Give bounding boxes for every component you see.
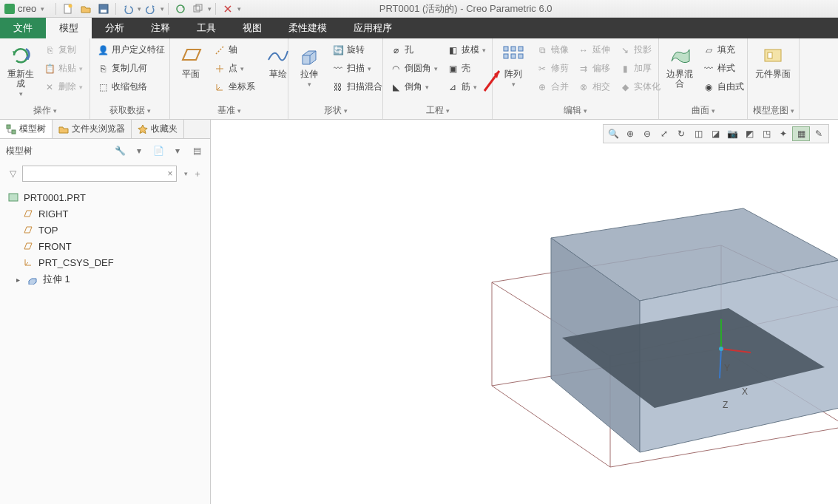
tab-analysis[interactable]: 分析 bbox=[92, 18, 138, 38]
expand-icon[interactable]: ▸ bbox=[13, 276, 22, 284]
thicken-button[interactable]: ▮加厚 bbox=[617, 61, 663, 76]
compif-button[interactable]: 元件界面 bbox=[752, 42, 794, 81]
zoom-in-button[interactable]: ⊕ bbox=[622, 126, 638, 141]
title-bar: creo ▾ ▾ ▾ ▾ ▾ PRT0001 (活动的) - Creo Para… bbox=[0, 0, 838, 18]
new-file-button[interactable] bbox=[60, 1, 76, 16]
zoom-fit-button[interactable]: 🔍 bbox=[605, 126, 621, 141]
display2-button[interactable]: ◪ bbox=[707, 126, 723, 141]
settings-button[interactable]: 📄 bbox=[151, 143, 166, 158]
offset-button[interactable]: ⇉偏移 bbox=[575, 61, 612, 76]
revolve-button[interactable]: 🔄旋转 bbox=[330, 42, 385, 58]
ribbon-tabs: 文件 模型 分析 注释 工具 视图 柔性建模 应用程序 bbox=[0, 18, 838, 38]
delete-button[interactable]: ✕删除 ▾ bbox=[41, 79, 85, 95]
tab-view[interactable]: 视图 bbox=[229, 18, 275, 38]
shrinkwrap-button[interactable]: ⬚收缩包络 bbox=[95, 79, 167, 95]
user-feature-button[interactable]: 👤用户定义特征 bbox=[95, 42, 167, 58]
fill-button[interactable]: ▱填充 bbox=[700, 42, 746, 58]
draft-button[interactable]: ◧拔模 ▾ bbox=[445, 42, 488, 58]
rib-button[interactable]: ⊿筋 ▾ bbox=[445, 79, 488, 95]
sweepblend-button[interactable]: ⛓扫描混合 bbox=[330, 79, 385, 95]
extrude-button[interactable]: 拉伸▾ bbox=[293, 42, 325, 91]
tab-tools[interactable]: 工具 bbox=[183, 18, 229, 38]
offset-icon: ⇉ bbox=[578, 63, 589, 75]
clear-search-button[interactable]: × bbox=[163, 168, 177, 179]
refit-button[interactable]: ⤢ bbox=[656, 126, 672, 141]
tool-dropdown[interactable]: ▾ bbox=[132, 143, 146, 158]
axis-button[interactable]: 轴 bbox=[212, 42, 257, 58]
csys-button[interactable]: 坐标系 bbox=[212, 79, 257, 95]
round-button[interactable]: ◠倒圆角 ▾ bbox=[388, 61, 440, 76]
mirror-button[interactable]: ⧉镜像 bbox=[534, 42, 571, 58]
spin-button[interactable]: ↻ bbox=[673, 126, 689, 141]
sweep-icon: 〰 bbox=[332, 63, 344, 75]
revolve-icon: 🔄 bbox=[332, 44, 344, 56]
chamfer-button[interactable]: ◣倒角 ▾ bbox=[388, 79, 440, 95]
save-button[interactable] bbox=[95, 1, 112, 16]
point-button[interactable]: 点 ▾ bbox=[212, 61, 257, 76]
project-button[interactable]: ↘投影 bbox=[617, 42, 663, 58]
appearance-button[interactable]: ✦ bbox=[775, 126, 791, 141]
display-style-button[interactable]: ▦ bbox=[792, 126, 810, 141]
trim-button[interactable]: ✂修剪 bbox=[534, 61, 571, 76]
tree-top[interactable]: TOP bbox=[4, 222, 206, 238]
chevron-down-icon[interactable]: ▾ bbox=[41, 5, 44, 13]
windows-dropdown[interactable]: ▾ bbox=[208, 5, 212, 13]
redo-button[interactable] bbox=[143, 1, 159, 16]
add-filter-button[interactable]: ＋ bbox=[191, 167, 204, 180]
display3-button[interactable]: ◩ bbox=[741, 126, 757, 141]
windows-button[interactable] bbox=[190, 1, 206, 16]
sidebar-tab-modeltree[interactable]: 模型树 bbox=[0, 120, 53, 138]
tab-file[interactable]: 文件 bbox=[0, 18, 46, 38]
intersect-button[interactable]: ⊗相交 bbox=[575, 79, 612, 95]
sidebar: 模型树 文件夹浏览器 收藏夹 模型树 🔧 ▾ 📄 ▾ ▤ ▽ × ▾ ＋ PRT… bbox=[0, 120, 211, 504]
viewport[interactable]: 🔍 ⊕ ⊖ ⤢ ↻ ◫ ◪ 📷 ◩ ◳ ✦ ▦ ✎ bbox=[211, 120, 838, 504]
undo-dropdown[interactable]: ▾ bbox=[138, 5, 141, 13]
close-window-button[interactable] bbox=[220, 1, 236, 16]
shell-button[interactable]: ▣壳 bbox=[445, 61, 488, 76]
annotation-display-button[interactable]: ✎ bbox=[811, 126, 827, 141]
open-file-button[interactable] bbox=[78, 1, 94, 16]
search-input[interactable] bbox=[22, 166, 177, 182]
tree-front[interactable]: FRONT bbox=[4, 238, 206, 254]
perspective-button[interactable]: ◳ bbox=[758, 126, 774, 141]
regen-button[interactable] bbox=[172, 1, 189, 16]
tree-extrude1[interactable]: ▸拉伸 1 bbox=[4, 270, 206, 288]
tool1-button[interactable]: 🔧 bbox=[112, 143, 127, 158]
layers-button[interactable]: ▤ bbox=[189, 143, 204, 158]
settings-dropdown[interactable]: ▾ bbox=[170, 143, 185, 158]
search-dropdown[interactable]: ▾ bbox=[184, 170, 188, 177]
tree-right[interactable]: RIGHT bbox=[4, 205, 206, 222]
display1-button[interactable]: ◫ bbox=[690, 126, 706, 141]
merge-button[interactable]: ⊕合并 bbox=[534, 79, 571, 95]
tab-model[interactable]: 模型 bbox=[46, 18, 92, 38]
plane-button[interactable]: 平面 bbox=[175, 42, 207, 81]
solidify-button[interactable]: ◆实体化 bbox=[617, 79, 663, 95]
tab-flex[interactable]: 柔性建模 bbox=[275, 18, 340, 38]
sweepblend-icon: ⛓ bbox=[332, 81, 344, 93]
boundary-button[interactable]: 边界混合 bbox=[663, 42, 696, 90]
windows-icon bbox=[193, 4, 203, 14]
regenerate-button[interactable]: 重新生成▾ bbox=[4, 42, 37, 101]
zoom-out-button[interactable]: ⊖ bbox=[639, 126, 655, 141]
axis-z-label: Z bbox=[723, 400, 728, 410]
hole-button[interactable]: ⌀孔 bbox=[388, 42, 440, 58]
sweep-button[interactable]: 〰扫描 ▾ bbox=[330, 61, 385, 76]
tab-app[interactable]: 应用程序 bbox=[340, 18, 405, 38]
tab-annotate[interactable]: 注释 bbox=[138, 18, 183, 38]
style-button[interactable]: 〰样式 bbox=[700, 61, 746, 76]
pattern-button[interactable]: 阵列▾ bbox=[497, 42, 530, 91]
tree-root[interactable]: PRT0001.PRT bbox=[4, 189, 206, 205]
undo-button[interactable] bbox=[120, 1, 136, 16]
paste-button[interactable]: 📋粘贴 ▾ bbox=[41, 61, 85, 76]
freeform-button[interactable]: ◉自由式 bbox=[700, 79, 746, 95]
redo-dropdown[interactable]: ▾ bbox=[160, 5, 164, 13]
tree-csys[interactable]: PRT_CSYS_DEF bbox=[4, 254, 206, 270]
copy-button[interactable]: ⎘复制 bbox=[41, 42, 85, 58]
sidebar-tab-favorites[interactable]: 收藏夹 bbox=[132, 120, 184, 138]
saved-view-button[interactable]: 📷 bbox=[724, 126, 740, 141]
save-icon bbox=[98, 4, 109, 14]
sidebar-tab-folder[interactable]: 文件夹浏览器 bbox=[53, 120, 132, 138]
copy-geom-button[interactable]: ⎘复制几何 bbox=[95, 61, 167, 76]
extend-button[interactable]: ↔延伸 bbox=[575, 42, 612, 58]
filter-icon[interactable]: ▽ bbox=[6, 167, 19, 180]
